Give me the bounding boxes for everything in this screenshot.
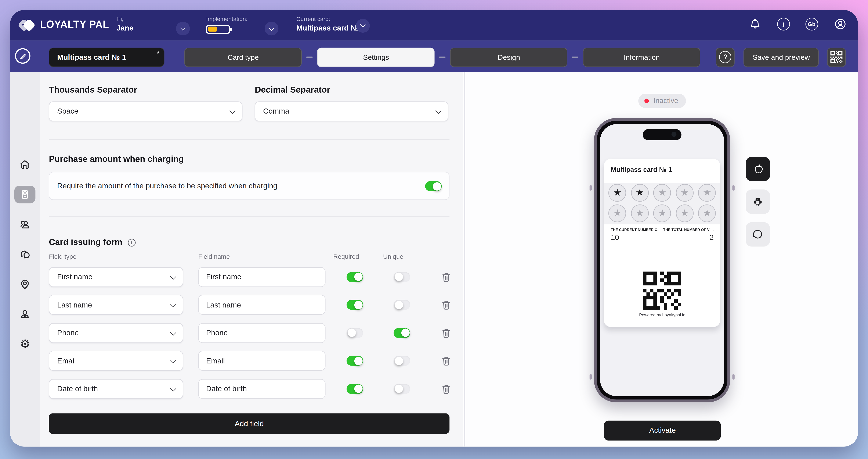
implementation-chevron[interactable] [265, 22, 279, 35]
stat-total-visits: THE TOTAL NUMBER OF VI... 2 [663, 228, 714, 241]
field-name-input[interactable] [198, 267, 326, 287]
sidebar-item-chats[interactable] [14, 242, 36, 266]
stamp-8: ★ [653, 204, 671, 222]
edit-card-button[interactable] [15, 48, 30, 64]
add-field-button[interactable]: Add field [49, 413, 450, 434]
required-toggle[interactable] [347, 328, 363, 338]
unique-toggle[interactable] [394, 328, 410, 338]
status-badge: Inactive [639, 93, 686, 108]
field-name-input[interactable] [198, 379, 326, 399]
content-scrollbar[interactable] [463, 72, 466, 447]
save-and-preview-button[interactable]: Save and preview [744, 48, 819, 67]
purchase-required-toggle[interactable] [425, 181, 442, 191]
field-type-select[interactable]: Phone [49, 323, 183, 343]
sidebar-item-clients[interactable] [14, 212, 36, 236]
left-sidebar: ⚙ [10, 72, 40, 447]
field-type-value: Email [57, 357, 76, 365]
field-name-input[interactable] [198, 323, 326, 343]
column-field-type: Field type [49, 253, 76, 260]
language-button[interactable]: Gb [805, 18, 818, 30]
stamp-10: ★ [698, 204, 716, 222]
help-button[interactable]: ? [716, 48, 735, 67]
platform-android-button[interactable] [746, 189, 770, 213]
user-menu-chevron[interactable] [176, 22, 190, 35]
thousands-separator-select[interactable]: Space [49, 101, 243, 121]
stamps-grid: ★★★★★★★★★★ [609, 184, 716, 222]
chevron-down-icon [435, 108, 442, 114]
platform-chat-button[interactable] [746, 222, 770, 246]
field-name-wrap [198, 295, 326, 315]
unique-toggle[interactable] [394, 272, 410, 282]
divider [49, 216, 450, 217]
required-toggle[interactable] [347, 300, 363, 310]
card-name-field[interactable]: Multipass card № 1 * [49, 48, 164, 67]
settings-panel: Thousands Separator Space Decimal Separa… [40, 72, 463, 447]
activate-button[interactable]: Activate [604, 421, 721, 440]
clients-icon [19, 218, 32, 231]
field-rows: First name Last name Phone [49, 267, 450, 407]
delete-field-button[interactable] [439, 270, 454, 285]
sidebar-item-cards[interactable] [14, 182, 36, 206]
chat-bubble-icon [750, 226, 766, 242]
field-type-select[interactable]: Email [49, 351, 183, 371]
field-type-value: Last name [57, 301, 92, 309]
stamp-6: ★ [609, 204, 626, 222]
column-unique: Unique [383, 253, 403, 260]
card-issuing-form-heading: Card issuing formi [49, 237, 136, 247]
chats-icon [19, 248, 32, 261]
unique-toggle[interactable] [394, 384, 410, 394]
delete-field-button[interactable] [439, 382, 454, 397]
info-icon[interactable]: i [128, 239, 136, 247]
field-name-wrap [198, 323, 326, 343]
profile-button[interactable] [834, 18, 847, 31]
chevron-down-icon [180, 25, 186, 30]
language-code: Gb [808, 21, 815, 27]
qr-code-button[interactable] [827, 48, 846, 67]
chevron-down-icon [269, 25, 274, 30]
implementation-menu[interactable]: Implementation: [206, 15, 247, 33]
stamp-3: ★ [653, 184, 671, 202]
app-logo[interactable]: LOYALTY PAL [19, 16, 109, 34]
manager-icon [19, 307, 32, 321]
required-toggle[interactable] [347, 356, 363, 366]
decimal-separator-select[interactable]: Comma [255, 101, 448, 121]
sidebar-item-settings[interactable]: ⚙ [14, 332, 36, 356]
required-toggle[interactable] [347, 272, 363, 282]
delete-field-button[interactable] [439, 354, 454, 369]
sidebar-item-locations[interactable] [14, 272, 36, 296]
field-name-wrap [198, 379, 326, 399]
sidebar-item-home[interactable] [14, 152, 36, 176]
step-settings[interactable]: Settings [317, 48, 435, 67]
required-toggle[interactable] [347, 384, 363, 394]
unique-toggle[interactable] [394, 356, 410, 366]
current-card-chevron[interactable] [356, 19, 370, 32]
sidebar-item-managers[interactable] [14, 302, 36, 326]
field-name-wrap [198, 351, 326, 371]
notifications-button[interactable] [748, 18, 762, 31]
step-card-type[interactable]: Card type [185, 48, 302, 67]
delete-field-button[interactable] [439, 326, 454, 341]
delete-field-button[interactable] [439, 298, 454, 313]
step-information[interactable]: Information [583, 48, 700, 67]
step-design[interactable]: Design [450, 48, 567, 67]
field-row: Phone [49, 323, 450, 343]
unique-toggle[interactable] [394, 300, 410, 310]
powered-by-text: Powered by Loyaltypal.io [604, 312, 720, 317]
field-type-select[interactable]: Last name [49, 295, 183, 315]
phone-screen: Multipass card № 1 ★★★★★★★★★★ THE CURREN… [600, 124, 724, 396]
field-name-input[interactable] [198, 295, 326, 315]
current-card-label: Current card: [297, 15, 365, 23]
field-name-input[interactable] [198, 351, 326, 371]
field-type-select[interactable]: First name [49, 267, 183, 287]
user-menu[interactable]: Hi, Jane [117, 15, 133, 33]
chevron-down-icon [170, 385, 177, 392]
field-type-select[interactable]: Date of birth [49, 379, 183, 399]
android-icon [750, 193, 766, 209]
card-toolbar: Multipass card № 1 * Card typeSettingsDe… [10, 40, 858, 72]
trash-icon [440, 299, 453, 312]
info-button[interactable]: i [777, 18, 790, 30]
current-card-menu[interactable]: Current card: Multipass card № 1 [297, 15, 365, 33]
platform-apple-button[interactable] [746, 156, 770, 181]
column-field-name: Field name [198, 253, 230, 260]
stamp-5: ★ [698, 184, 716, 202]
